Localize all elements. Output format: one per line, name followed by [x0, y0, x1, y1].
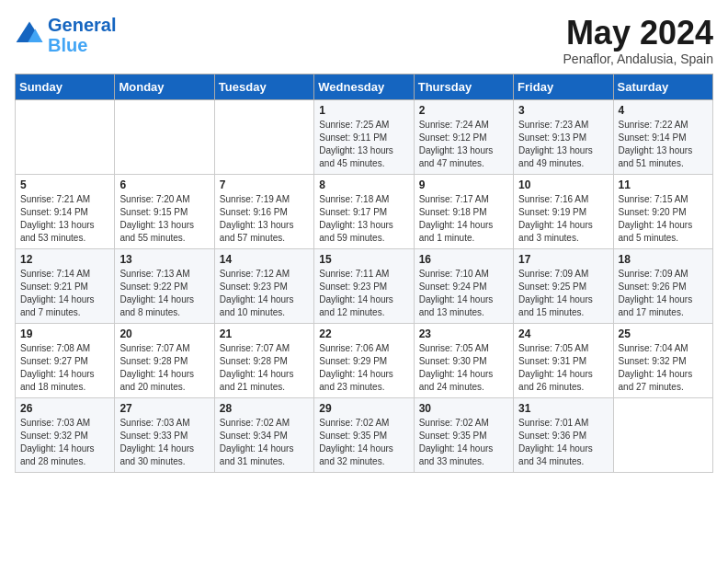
- cell-content: Sunrise: 7:17 AM Sunset: 9:18 PM Dayligh…: [419, 193, 508, 245]
- cell-content: Sunrise: 7:11 AM Sunset: 9:23 PM Dayligh…: [319, 268, 408, 319]
- day-number: 20: [119, 327, 209, 340]
- cell-content: Sunrise: 7:05 AM Sunset: 9:31 PM Dayligh…: [518, 342, 608, 394]
- weekday-header-sunday: Sunday: [16, 74, 115, 99]
- calendar-cell: [115, 99, 214, 174]
- calendar-cell: 31Sunrise: 7:01 AM Sunset: 9:36 PM Dayli…: [514, 397, 613, 472]
- calendar-cell: 30Sunrise: 7:02 AM Sunset: 9:35 PM Dayli…: [414, 397, 513, 472]
- day-number: 3: [518, 104, 608, 117]
- calendar-cell: 7Sunrise: 7:19 AM Sunset: 9:16 PM Daylig…: [214, 174, 313, 248]
- day-number: 1: [319, 104, 408, 117]
- cell-content: Sunrise: 7:03 AM Sunset: 9:33 PM Dayligh…: [119, 417, 209, 468]
- calendar-cell: 22Sunrise: 7:06 AM Sunset: 9:29 PM Dayli…: [314, 323, 414, 397]
- calendar-cell: 29Sunrise: 7:02 AM Sunset: 9:35 PM Dayli…: [314, 397, 414, 472]
- cell-content: Sunrise: 7:05 AM Sunset: 9:30 PM Dayligh…: [419, 342, 508, 394]
- day-number: 30: [419, 402, 508, 415]
- day-number: 16: [419, 253, 508, 266]
- cell-content: Sunrise: 7:13 AM Sunset: 9:22 PM Dayligh…: [119, 268, 209, 319]
- day-number: 5: [20, 178, 109, 191]
- day-number: 2: [419, 104, 508, 117]
- week-row-1: 1Sunrise: 7:25 AM Sunset: 9:11 PM Daylig…: [16, 99, 713, 174]
- calendar-cell: 26Sunrise: 7:03 AM Sunset: 9:32 PM Dayli…: [16, 397, 115, 472]
- day-number: 26: [20, 402, 109, 415]
- day-number: 29: [319, 402, 408, 415]
- cell-content: Sunrise: 7:12 AM Sunset: 9:23 PM Dayligh…: [220, 268, 309, 319]
- calendar-cell: 15Sunrise: 7:11 AM Sunset: 9:23 PM Dayli…: [314, 248, 414, 323]
- logo-icon: [15, 20, 44, 50]
- day-number: 22: [319, 327, 408, 340]
- day-number: 15: [319, 253, 408, 266]
- weekday-header-thursday: Thursday: [414, 74, 513, 99]
- calendar-table: SundayMondayTuesdayWednesdayThursdayFrid…: [15, 74, 713, 473]
- calendar-cell: 6Sunrise: 7:20 AM Sunset: 9:15 PM Daylig…: [115, 174, 214, 248]
- day-number: 25: [619, 327, 708, 340]
- calendar-cell: [214, 99, 313, 174]
- cell-content: Sunrise: 7:08 AM Sunset: 9:27 PM Dayligh…: [20, 342, 109, 394]
- cell-content: Sunrise: 7:02 AM Sunset: 9:35 PM Dayligh…: [419, 417, 508, 468]
- weekday-header-saturday: Saturday: [613, 74, 712, 99]
- week-row-3: 12Sunrise: 7:14 AM Sunset: 9:21 PM Dayli…: [16, 248, 713, 323]
- weekday-header-tuesday: Tuesday: [214, 74, 313, 99]
- cell-content: Sunrise: 7:09 AM Sunset: 9:26 PM Dayligh…: [619, 268, 708, 319]
- calendar-cell: 5Sunrise: 7:21 AM Sunset: 9:14 PM Daylig…: [16, 174, 115, 248]
- calendar-cell: 21Sunrise: 7:07 AM Sunset: 9:28 PM Dayli…: [214, 323, 313, 397]
- weekday-header-monday: Monday: [115, 74, 214, 99]
- calendar-cell: 14Sunrise: 7:12 AM Sunset: 9:23 PM Dayli…: [214, 248, 313, 323]
- cell-content: Sunrise: 7:18 AM Sunset: 9:17 PM Dayligh…: [319, 193, 408, 245]
- day-number: 11: [619, 178, 708, 191]
- cell-content: Sunrise: 7:19 AM Sunset: 9:16 PM Dayligh…: [220, 193, 309, 245]
- week-row-2: 5Sunrise: 7:21 AM Sunset: 9:14 PM Daylig…: [16, 174, 713, 248]
- calendar-cell: 11Sunrise: 7:15 AM Sunset: 9:20 PM Dayli…: [613, 174, 712, 248]
- cell-content: Sunrise: 7:20 AM Sunset: 9:15 PM Dayligh…: [119, 193, 209, 245]
- cell-content: Sunrise: 7:06 AM Sunset: 9:29 PM Dayligh…: [319, 342, 408, 394]
- calendar-cell: 17Sunrise: 7:09 AM Sunset: 9:25 PM Dayli…: [514, 248, 613, 323]
- cell-content: Sunrise: 7:21 AM Sunset: 9:14 PM Dayligh…: [20, 193, 109, 245]
- cell-content: Sunrise: 7:16 AM Sunset: 9:19 PM Dayligh…: [518, 193, 608, 245]
- day-number: 14: [220, 253, 309, 266]
- calendar-cell: 8Sunrise: 7:18 AM Sunset: 9:17 PM Daylig…: [314, 174, 414, 248]
- calendar-subtitle: Penaflor, Andalusia, Spain: [563, 52, 713, 66]
- day-number: 23: [419, 327, 508, 340]
- week-row-5: 26Sunrise: 7:03 AM Sunset: 9:32 PM Dayli…: [16, 397, 713, 472]
- calendar-cell: 23Sunrise: 7:05 AM Sunset: 9:30 PM Dayli…: [414, 323, 513, 397]
- calendar-cell: 3Sunrise: 7:23 AM Sunset: 9:13 PM Daylig…: [514, 99, 613, 174]
- page-header: GeneralBlue May 2024 Penaflor, Andalusia…: [15, 15, 713, 66]
- cell-content: Sunrise: 7:03 AM Sunset: 9:32 PM Dayligh…: [20, 417, 109, 468]
- day-number: 17: [518, 253, 608, 266]
- cell-content: Sunrise: 7:25 AM Sunset: 9:11 PM Dayligh…: [319, 119, 408, 170]
- day-number: 13: [119, 253, 209, 266]
- day-number: 7: [220, 178, 309, 191]
- title-block: May 2024 Penaflor, Andalusia, Spain: [563, 15, 713, 66]
- calendar-cell: 25Sunrise: 7:04 AM Sunset: 9:32 PM Dayli…: [613, 323, 712, 397]
- logo: GeneralBlue: [15, 15, 116, 55]
- calendar-cell: 24Sunrise: 7:05 AM Sunset: 9:31 PM Dayli…: [514, 323, 613, 397]
- cell-content: Sunrise: 7:04 AM Sunset: 9:32 PM Dayligh…: [619, 342, 708, 394]
- calendar-cell: 20Sunrise: 7:07 AM Sunset: 9:28 PM Dayli…: [115, 323, 214, 397]
- day-number: 18: [619, 253, 708, 266]
- calendar-cell: 28Sunrise: 7:02 AM Sunset: 9:34 PM Dayli…: [214, 397, 313, 472]
- day-number: 8: [319, 178, 408, 191]
- cell-content: Sunrise: 7:07 AM Sunset: 9:28 PM Dayligh…: [220, 342, 309, 394]
- weekday-header-wednesday: Wednesday: [314, 74, 414, 99]
- day-number: 10: [518, 178, 608, 191]
- cell-content: Sunrise: 7:02 AM Sunset: 9:34 PM Dayligh…: [220, 417, 309, 468]
- day-number: 27: [119, 402, 209, 415]
- cell-content: Sunrise: 7:01 AM Sunset: 9:36 PM Dayligh…: [518, 417, 608, 468]
- cell-content: Sunrise: 7:22 AM Sunset: 9:14 PM Dayligh…: [619, 119, 708, 170]
- cell-content: Sunrise: 7:14 AM Sunset: 9:21 PM Dayligh…: [20, 268, 109, 319]
- logo-text: GeneralBlue: [48, 15, 116, 55]
- cell-content: Sunrise: 7:10 AM Sunset: 9:24 PM Dayligh…: [419, 268, 508, 319]
- calendar-cell: 16Sunrise: 7:10 AM Sunset: 9:24 PM Dayli…: [414, 248, 513, 323]
- cell-content: Sunrise: 7:24 AM Sunset: 9:12 PM Dayligh…: [419, 119, 508, 170]
- calendar-cell: 27Sunrise: 7:03 AM Sunset: 9:33 PM Dayli…: [115, 397, 214, 472]
- calendar-cell: [16, 99, 115, 174]
- weekday-header-friday: Friday: [514, 74, 613, 99]
- calendar-cell: [613, 397, 712, 472]
- calendar-cell: 18Sunrise: 7:09 AM Sunset: 9:26 PM Dayli…: [613, 248, 712, 323]
- calendar-cell: 13Sunrise: 7:13 AM Sunset: 9:22 PM Dayli…: [115, 248, 214, 323]
- day-number: 31: [518, 402, 608, 415]
- day-number: 12: [20, 253, 109, 266]
- day-number: 6: [119, 178, 209, 191]
- day-number: 24: [518, 327, 608, 340]
- week-row-4: 19Sunrise: 7:08 AM Sunset: 9:27 PM Dayli…: [16, 323, 713, 397]
- day-number: 21: [220, 327, 309, 340]
